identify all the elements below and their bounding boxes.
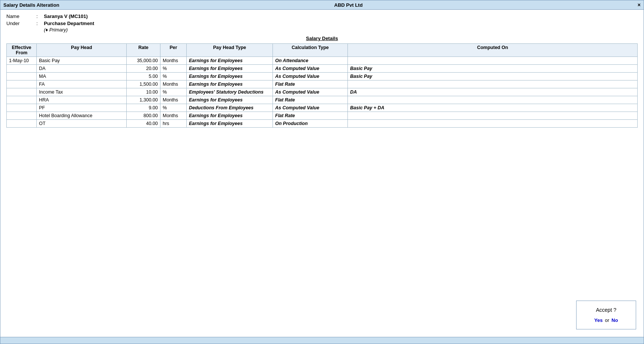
cell-pay-head: Income Tax [37, 88, 127, 96]
title-bar: Salary Details Alteration ABD Pvt Ltd × [0, 0, 644, 10]
cell-effective-from [7, 73, 37, 80]
col-computed-on: Computed On [348, 44, 638, 57]
cell-rate: 10.00 [127, 88, 160, 96]
cell-rate: 5.00 [127, 73, 160, 80]
cell-calculation-type: As Computed Value [273, 88, 348, 96]
col-pay-head-type: Pay Head Type [187, 44, 273, 57]
cell-pay-head-type: Earnings for Employees [187, 73, 273, 80]
cell-effective-from [7, 120, 37, 128]
col-rate: Rate [127, 44, 160, 57]
cell-pay-head: Basic Pay [37, 57, 127, 65]
cell-calculation-type: Flat Rate [273, 96, 348, 104]
cell-computed-on: Basic Pay + DA [348, 104, 638, 112]
name-label: Name [6, 13, 36, 19]
table-row: HRA1,300.00MonthsEarnings for EmployeesF… [7, 96, 638, 104]
under-row: Under : Purchase Department (♦ Primary) [6, 21, 638, 33]
cell-pay-head: PF [37, 104, 127, 112]
cell-pay-head: FA [37, 80, 127, 88]
table-row: FA1,500.00MonthsEarnings for EmployeesFl… [7, 80, 638, 88]
cell-pay-head: Hotel Boarding Allowance [37, 112, 127, 120]
col-per: Per [160, 44, 187, 57]
content-area: Name : Saranya V (MC101) Under : Purchas… [0, 10, 644, 337]
cell-per: % [160, 88, 187, 96]
col-calculation-type: Calculation Type [273, 44, 348, 57]
accept-no-button[interactable]: No [611, 317, 618, 323]
cell-effective-from [7, 80, 37, 88]
window-title-center: ABD Pvt Ltd [334, 2, 363, 8]
cell-calculation-type: As Computed Value [273, 104, 348, 112]
cell-rate: 1,500.00 [127, 80, 160, 88]
cell-effective-from: 1-May-10 [7, 57, 37, 65]
cell-effective-from [7, 112, 37, 120]
under-sub: (♦ Primary) [44, 27, 94, 33]
cell-per: % [160, 104, 187, 112]
cell-computed-on: Basic Pay [348, 73, 638, 80]
close-button[interactable]: × [638, 2, 641, 8]
name-colon: : [36, 13, 44, 19]
table-row: Hotel Boarding Allowance800.00MonthsEarn… [7, 112, 638, 120]
cell-per: hrs [160, 120, 187, 128]
cell-computed-on: Basic Pay [348, 65, 638, 73]
cell-per: Months [160, 80, 187, 88]
cell-rate: 1,300.00 [127, 96, 160, 104]
salary-table: Effective From Pay Head Rate Per Pay Hea… [6, 43, 638, 128]
cell-pay-head: HRA [37, 96, 127, 104]
col-pay-head: Pay Head [37, 44, 127, 57]
cell-pay-head: DA [37, 65, 127, 73]
cell-computed-on [348, 112, 638, 120]
cell-per: Months [160, 96, 187, 104]
cell-calculation-type: On Attendance [273, 57, 348, 65]
cell-rate: 35,000.00 [127, 57, 160, 65]
cell-computed-on [348, 57, 638, 65]
bottom-bar [0, 337, 644, 344]
cell-calculation-type: On Production [273, 120, 348, 128]
cell-calculation-type: As Computed Value [273, 73, 348, 80]
under-colon: : [36, 21, 44, 26]
accept-question: Accept ? [586, 307, 627, 313]
accept-box: Accept ? Yes or No [576, 301, 636, 329]
table-row: Income Tax10.00%Employees' Statutory Ded… [7, 88, 638, 96]
table-row: DA20.00%Earnings for EmployeesAs Compute… [7, 65, 638, 73]
cell-computed-on [348, 96, 638, 104]
cell-pay-head-type: Earnings for Employees [187, 80, 273, 88]
name-value: Saranya V (MC101) [44, 13, 88, 19]
main-window: Salary Details Alteration ABD Pvt Ltd × … [0, 0, 644, 344]
cell-pay-head-type: Deductions From Employees [187, 104, 273, 112]
cell-per: % [160, 65, 187, 73]
accept-yes-button[interactable]: Yes [594, 317, 602, 323]
under-value: Purchase Department [44, 21, 94, 26]
cell-computed-on [348, 120, 638, 128]
name-row: Name : Saranya V (MC101) [6, 13, 638, 19]
col-effective-from: Effective From [7, 44, 37, 57]
cell-effective-from [7, 65, 37, 73]
cell-per: % [160, 73, 187, 80]
cell-pay-head-type: Earnings for Employees [187, 120, 273, 128]
cell-pay-head-type: Earnings for Employees [187, 112, 273, 120]
table-row: OT40.00hrsEarnings for EmployeesOn Produ… [7, 120, 638, 128]
section-title: Salary Details [6, 36, 638, 41]
table-row: PF9.00%Deductions From EmployeesAs Compu… [7, 104, 638, 112]
cell-calculation-type: As Computed Value [273, 65, 348, 73]
cell-effective-from [7, 96, 37, 104]
cell-pay-head-type: Employees' Statutory Deductions [187, 88, 273, 96]
window-title-left: Salary Details Alteration [3, 2, 59, 8]
accept-or-label: or [605, 317, 610, 323]
cell-rate: 40.00 [127, 120, 160, 128]
cell-rate: 9.00 [127, 104, 160, 112]
table-row: MA5.00%Earnings for EmployeesAs Computed… [7, 73, 638, 80]
cell-per: Months [160, 112, 187, 120]
cell-effective-from [7, 88, 37, 96]
cell-computed-on [348, 80, 638, 88]
cell-effective-from [7, 104, 37, 112]
cell-rate: 800.00 [127, 112, 160, 120]
cell-calculation-type: Flat Rate [273, 80, 348, 88]
under-value-block: Purchase Department (♦ Primary) [44, 21, 94, 33]
table-row: 1-May-10Basic Pay35,000.00MonthsEarnings… [7, 57, 638, 65]
cell-pay-head: OT [37, 120, 127, 128]
cell-computed-on: DA [348, 88, 638, 96]
cell-pay-head-type: Earnings for Employees [187, 57, 273, 65]
cell-pay-head: MA [37, 73, 127, 80]
accept-buttons: Yes or No [586, 317, 627, 323]
under-label: Under [6, 21, 36, 26]
cell-per: Months [160, 57, 187, 65]
